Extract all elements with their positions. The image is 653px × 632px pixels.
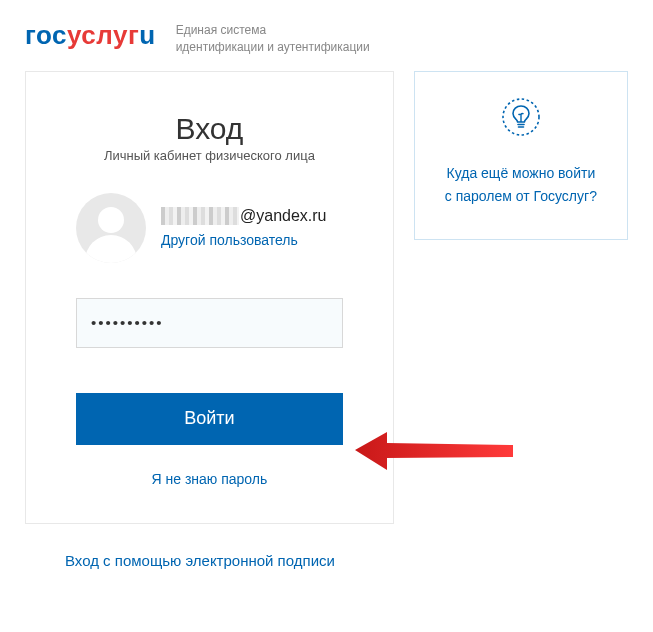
header-subtitle-line2: идентификации и аутентификации: [176, 39, 370, 56]
bottom-link-row: Вход с помощью электронной подписи: [0, 524, 653, 569]
forgot-password-link[interactable]: Я не знаю пароль: [151, 471, 267, 487]
logo-part-uslugi: услуг: [67, 20, 139, 50]
side-line1: Куда ещё можно войти: [435, 162, 607, 186]
other-user-link[interactable]: Другой пользователь: [161, 232, 298, 248]
login-subtitle: Личный кабинет физического лица: [76, 148, 343, 163]
password-input[interactable]: [76, 298, 343, 348]
user-email: @yandex.ru: [161, 207, 343, 225]
header: госуслугu Единая система идентификации и…: [0, 0, 653, 71]
user-row: @yandex.ru Другой пользователь: [76, 193, 343, 263]
side-panel: Куда ещё можно войти с паролем от Госусл…: [414, 71, 628, 241]
user-info: @yandex.ru Другой пользователь: [161, 207, 343, 249]
avatar-icon: [76, 193, 146, 263]
side-line2: с паролем от Госуслуг?: [435, 185, 607, 209]
lightbulb-icon: [501, 97, 541, 137]
side-hint-link[interactable]: Куда ещё можно войти с паролем от Госусл…: [435, 162, 607, 210]
email-suffix: @yandex.ru: [240, 207, 327, 225]
login-title: Вход: [76, 112, 343, 146]
email-redacted-part: [161, 207, 239, 225]
login-panel: Вход Личный кабинет физического лица @ya…: [25, 71, 394, 524]
logo: госуслугu: [25, 20, 156, 51]
header-subtitle: Единая система идентификации и аутентифи…: [176, 20, 370, 56]
esign-login-link[interactable]: Вход с помощью электронной подписи: [65, 552, 335, 569]
header-subtitle-line1: Единая система: [176, 22, 370, 39]
content: Вход Личный кабинет физического лица @ya…: [0, 71, 653, 524]
logo-part-last: u: [139, 20, 155, 50]
logo-part-gos: гос: [25, 20, 67, 50]
login-button[interactable]: Войти: [76, 393, 343, 445]
